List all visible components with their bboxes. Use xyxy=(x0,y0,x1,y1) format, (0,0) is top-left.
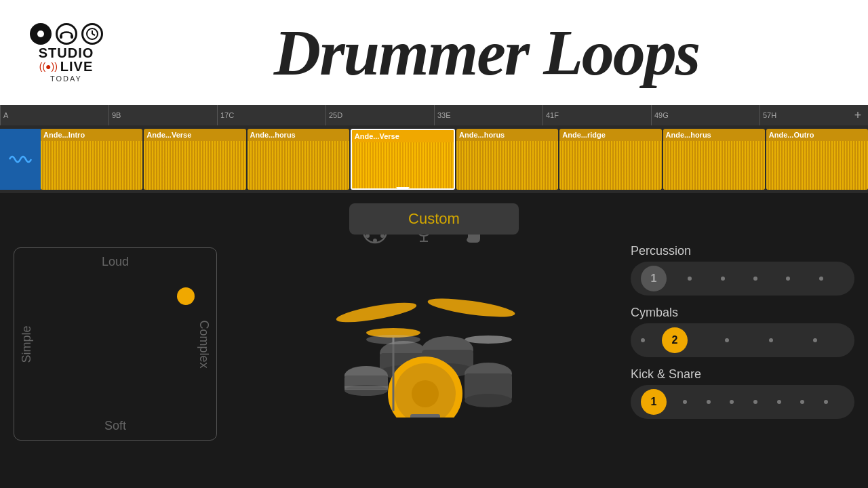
percussion-dot-4 xyxy=(786,277,790,281)
clock-icon xyxy=(81,23,103,45)
complex-label: Complex xyxy=(197,320,211,368)
cymbals-dots xyxy=(698,338,844,342)
live-label: LIVE xyxy=(60,60,93,73)
kick-snare-dots xyxy=(667,400,844,404)
logo-area: STUDIO ((●)) LIVE TODAY xyxy=(14,23,119,83)
segment-chorus1-waveform xyxy=(248,141,349,190)
segment-chorus1[interactable]: Ande...horus xyxy=(248,129,349,190)
xy-dot[interactable] xyxy=(177,287,195,305)
ruler-mark-17c: 17C xyxy=(217,105,326,125)
kick-snare-dot-4 xyxy=(753,400,757,404)
segment-chorus2[interactable]: Ande...horus xyxy=(456,129,558,190)
percussion-dots xyxy=(667,277,844,281)
segment-chorus2-label: Ande...horus xyxy=(456,129,558,141)
percussion-label: Percussion xyxy=(631,244,854,258)
segment-bridge[interactable]: Ande...ridge xyxy=(559,129,661,190)
svg-point-28 xyxy=(465,394,512,407)
active-segment-arrow xyxy=(396,187,410,190)
right-panel: Percussion 1 Cymbals 2 xyxy=(631,244,854,474)
ruler-mark-9b: 9B xyxy=(108,105,217,125)
kick-snare-dot-3 xyxy=(730,400,734,404)
drum-kit xyxy=(315,262,532,418)
kick-snare-section: Kick & Snare 1 xyxy=(631,367,854,419)
cymbals-dot-3 xyxy=(813,338,817,342)
soft-label: Soft xyxy=(104,419,126,433)
kick-snare-dot-7 xyxy=(824,400,828,404)
simple-label: Simple xyxy=(20,325,34,363)
cymbals-dot-2 xyxy=(769,338,773,342)
cymbals-section: Cymbals 2 xyxy=(631,306,854,357)
segment-chorus1-label: Ande...horus xyxy=(248,129,349,141)
ruler-mark-a: A xyxy=(0,105,108,125)
kick-snare-label: Kick & Snare xyxy=(631,367,854,382)
segment-outro-label: Ande...Outro xyxy=(766,129,868,141)
svg-point-31 xyxy=(412,380,439,407)
cymbals-dot-1 xyxy=(725,338,729,342)
kick-snare-slider[interactable]: 1 xyxy=(631,385,854,419)
kick-snare-value[interactable]: 1 xyxy=(641,389,667,415)
page-title: Drummer Loops xyxy=(274,20,699,85)
header: STUDIO ((●)) LIVE TODAY Drummer Loops xyxy=(0,0,868,105)
cymbals-value[interactable]: 2 xyxy=(662,327,688,353)
cymbals-dot-left xyxy=(641,338,645,342)
timeline-ruler: A 9B 17C 25D 33E 41F 49G 57H + xyxy=(0,105,868,125)
ruler-mark-41f: 41F xyxy=(542,105,651,125)
custom-button-container: Custom xyxy=(349,203,519,235)
svg-rect-1 xyxy=(71,35,73,39)
studio-label: STUDIO xyxy=(39,46,94,60)
segment-chorus2-waveform xyxy=(456,141,558,190)
svg-point-16 xyxy=(335,299,418,327)
xy-pad[interactable]: Loud Soft Simple Complex xyxy=(14,247,217,441)
record-icon xyxy=(30,23,52,45)
segment-verse1[interactable]: Ande...Verse xyxy=(144,129,245,190)
track-icon xyxy=(0,129,41,190)
track-area: Ande...Intro Ande...Verse Ande...horus A… xyxy=(0,125,868,193)
custom-button[interactable]: Custom xyxy=(349,203,519,235)
kick-snare-dot-1 xyxy=(683,400,687,404)
svg-point-34 xyxy=(344,385,388,396)
percussion-section: Percussion 1 xyxy=(631,244,854,296)
segment-intro-label: Ande...Intro xyxy=(41,129,142,141)
svg-point-19 xyxy=(465,336,512,344)
percussion-dot-5 xyxy=(819,277,823,281)
loud-label: Loud xyxy=(102,255,129,269)
segment-verse2[interactable]: Ande...Verse xyxy=(351,129,455,190)
svg-point-38 xyxy=(366,335,420,344)
ruler-mark-49g: 49G xyxy=(651,105,760,125)
percussion-dot-3 xyxy=(753,277,757,281)
percussion-dot-1 xyxy=(688,277,692,281)
svg-line-4 xyxy=(92,34,95,35)
ruler-marks: A 9B 17C 25D 33E 41F 49G 57H + xyxy=(0,105,868,125)
today-label: TODAY xyxy=(50,75,82,83)
segment-verse2-waveform xyxy=(352,142,454,188)
segment-outro-waveform xyxy=(766,141,868,190)
timeline: A 9B 17C 25D 33E 41F 49G 57H + Ande...In… xyxy=(0,105,868,193)
radio-icon: ((●)) xyxy=(39,61,58,72)
segment-chorus3-label: Ande...horus xyxy=(663,129,765,141)
percussion-dot-2 xyxy=(721,277,725,281)
add-track-button[interactable]: + xyxy=(848,105,868,125)
segment-verse1-label: Ande...Verse xyxy=(144,129,245,141)
kick-snare-dot-6 xyxy=(800,400,804,404)
segment-intro[interactable]: Ande...Intro xyxy=(41,129,142,190)
cymbals-slider[interactable]: 2 xyxy=(631,323,854,357)
kick-snare-dot-5 xyxy=(777,400,781,404)
headphones-icon xyxy=(56,23,77,45)
cymbals-label: Cymbals xyxy=(631,306,854,320)
svg-rect-0 xyxy=(60,35,62,39)
ruler-mark-33e: 33E xyxy=(434,105,542,125)
segment-chorus3[interactable]: Ande...horus xyxy=(663,129,765,190)
live-row: ((●)) LIVE xyxy=(39,60,94,73)
logo-icons xyxy=(30,23,103,45)
segment-intro-waveform xyxy=(41,141,142,190)
svg-point-9 xyxy=(373,239,377,243)
percussion-slider[interactable]: 1 xyxy=(631,262,854,296)
kick-snare-dot-2 xyxy=(707,400,711,404)
segment-verse1-waveform xyxy=(144,141,245,190)
segment-verse2-label: Ande...Verse xyxy=(352,130,454,142)
percussion-value[interactable]: 1 xyxy=(641,266,667,291)
svg-rect-39 xyxy=(410,414,440,418)
segment-outro[interactable]: Ande...Outro xyxy=(766,129,868,190)
main-content: Custom Loud Soft Simple Complex xyxy=(0,193,868,488)
svg-point-17 xyxy=(427,295,516,321)
